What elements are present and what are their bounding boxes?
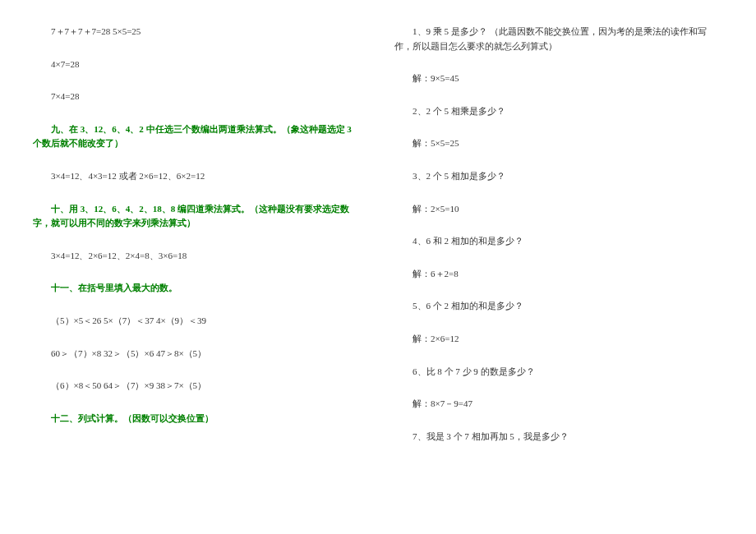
text-line: 4×7=28 [33,58,362,72]
text-line: 3×4=12、2×6=12、2×4=8、3×6=18 [33,249,362,264]
answer-2: 解：5×5=25 [394,136,723,151]
section-heading-9: 九、在 3、12、6、4、2 中任选三个数编出两道乘法算式。（象这种题选定 3 … [33,122,362,151]
text-line: 7＋7＋7＋7=28 5×5=25 [33,25,362,39]
question-1: 1、9 乘 5 是多少？ （此题因数不能交换位置，因为考的是乘法的读作和写作，所… [394,25,723,53]
question-6: 6、比 8 个 7 少 9 的数是多少？ [394,365,723,380]
question-7: 7、我是 3 个 7 相加再加 5，我是多少？ [394,430,723,444]
section-heading-10: 十、用 3、12、6、4、2、18、8 编四道乘法算式。（这种题没有要求选定数字… [33,202,362,231]
answer-3: 解：2×5=10 [394,202,723,217]
answer-6: 解：8×7－9=47 [394,397,723,412]
question-4: 4、6 和 2 相加的和是多少？ [394,234,723,249]
text-line: 3×4=12、4×3=12 或者 2×6=12、6×2=12 [33,169,362,184]
question-5: 5、6 个 2 相加的和是多少？ [394,299,723,314]
text-line: 60＞（7）×8 32＞（5）×6 47＞8×（5） [33,347,362,361]
text-line: （6）×8＜50 64＞（7）×9 38＞7×（5） [33,379,362,394]
answer-5: 解：2×6=12 [394,332,723,347]
question-2: 2、2 个 5 相乘是多少？ [394,104,723,119]
question-3: 3、2 个 5 相加是多少？ [394,169,723,184]
answer-4: 解：6＋2=8 [394,267,723,282]
section-heading-12: 十二、列式计算。（因数可以交换位置） [33,412,362,426]
text-line: 7×4=28 [33,90,362,104]
section-heading-11: 十一、在括号里填入最大的数。 [33,281,362,296]
answer-1: 解：9×5=45 [394,71,723,86]
text-line: （5）×5＜26 5×（7）＜37 4×（9）＜39 [33,314,362,329]
